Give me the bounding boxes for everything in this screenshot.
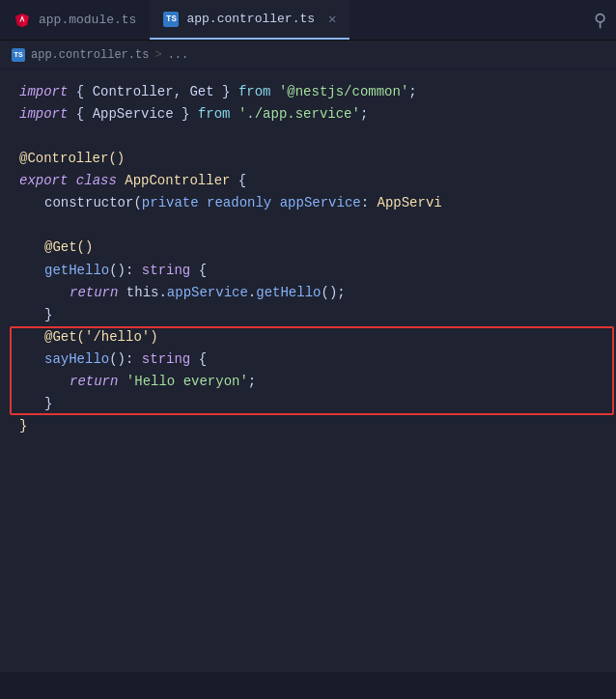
close-icon[interactable]: ✕ xyxy=(328,11,336,27)
token-2-brace-open: { xyxy=(68,103,92,126)
angular-icon xyxy=(14,12,31,29)
code-line-8: @Get() xyxy=(0,237,616,259)
token-return-2: return xyxy=(70,371,118,393)
token-appservi: AppServi xyxy=(378,192,442,214)
bottom-bar xyxy=(0,672,616,699)
token-get-hello-decorator: @Get('/hello') xyxy=(44,326,158,349)
token-space-14 xyxy=(118,371,126,393)
code-line-16: } xyxy=(0,415,616,437)
code-line-10: return this. appService . getHello (); xyxy=(0,282,616,304)
token-decorator-controller: @Controller() xyxy=(19,148,125,170)
token-1-semi: ; xyxy=(408,81,416,103)
token-1-string: '@nestjs/common' xyxy=(279,81,408,103)
token-2-space xyxy=(230,103,238,126)
code-line-13: sayHello (): string { xyxy=(0,349,616,371)
token-import-2: import xyxy=(19,103,68,126)
token-import-1: import xyxy=(19,81,68,103)
account-icon: ⚲ xyxy=(594,10,616,31)
code-line-6: constructor( private readonly appService… xyxy=(0,192,616,214)
token-paren-semi: (); xyxy=(321,282,345,304)
token-gethello-call: getHello xyxy=(256,282,321,304)
token-semi-14: ; xyxy=(248,371,256,393)
token-2-brace-close: } xyxy=(174,103,198,126)
token-private: private xyxy=(142,192,199,214)
token-close-brace-15: } xyxy=(44,393,52,415)
token-return-1: return xyxy=(70,282,118,304)
token-classname: AppController xyxy=(125,170,230,192)
editor-container: app.module.ts TS app.controller.ts ✕ ⚲ T… xyxy=(0,0,616,699)
token-close-class-brace: } xyxy=(19,415,27,437)
breadcrumb-sep: > xyxy=(154,48,161,62)
breadcrumb-filename: app.controller.ts xyxy=(31,48,149,62)
tab-app-controller[interactable]: TS app.controller.ts ✕ xyxy=(150,0,350,40)
tab-app-controller-label: app.controller.ts xyxy=(186,12,315,26)
code-line-12: @Get('/hello') xyxy=(0,326,616,349)
token-class: class xyxy=(76,170,117,192)
code-line-blank-2 xyxy=(0,214,616,237)
token-2-string: './app.service' xyxy=(238,103,360,126)
breadcrumb: TS app.controller.ts > ... xyxy=(0,41,616,70)
breadcrumb-ts-icon: TS xyxy=(12,48,25,62)
token-string-type: string xyxy=(142,260,190,282)
token-1-space xyxy=(271,81,279,103)
ts-icon-tab: TS xyxy=(163,12,179,27)
code-line-1: import { Controller, Get } from '@nestjs… xyxy=(0,81,616,103)
token-constructor: constructor( xyxy=(44,192,142,214)
token-close-brace-11: } xyxy=(44,304,52,326)
highlight-block: @Get('/hello') sayHello (): string { ret… xyxy=(0,326,616,415)
token-space-6b xyxy=(271,192,279,214)
token-open-brace: { xyxy=(230,170,246,192)
token-this: this. xyxy=(126,282,167,304)
token-1-controllers: Controller, Get xyxy=(93,81,214,103)
token-string-type-13: string xyxy=(142,349,190,371)
token-1-brace-open: { xyxy=(68,81,92,103)
token-brace-open-9: { xyxy=(190,260,207,282)
tab-app-module[interactable]: app.module.ts xyxy=(0,0,150,40)
token-appservice-2: appService xyxy=(167,282,248,304)
token-colon: : xyxy=(361,192,378,214)
token-1-brace-close: } xyxy=(214,81,238,103)
breadcrumb-ellipsis: ... xyxy=(168,48,189,62)
token-sayhello: sayHello xyxy=(44,349,109,371)
code-line-15: } xyxy=(0,393,616,415)
token-space-10 xyxy=(118,282,126,304)
token-1-from: from xyxy=(238,81,271,103)
token-get-decorator: @Get() xyxy=(44,237,93,259)
token-export: export xyxy=(19,170,68,192)
code-line-4: @Controller() xyxy=(0,148,616,170)
code-line-blank-1 xyxy=(0,126,616,148)
token-space-6 xyxy=(199,192,207,214)
code-area: import { Controller, Get } from '@nestjs… xyxy=(0,70,616,449)
token-brace-open-13: { xyxy=(190,349,207,371)
token-2-appservice: AppService xyxy=(93,103,174,126)
token-paren-colon-13: (): xyxy=(109,349,142,371)
code-line-2: import { AppService } from './app.servic… xyxy=(0,103,616,126)
tab-bar: app.module.ts TS app.controller.ts ✕ ⚲ xyxy=(0,0,616,41)
tab-app-module-label: app.module.ts xyxy=(39,13,136,27)
token-2-semi: ; xyxy=(360,103,368,126)
token-2-from: from xyxy=(198,103,231,126)
token-gethello: getHello xyxy=(44,260,109,282)
token-hello-string: 'Hello everyon' xyxy=(126,371,248,393)
token-space-5 xyxy=(68,170,75,192)
token-space-5b xyxy=(117,170,125,192)
code-line-9: getHello (): string { xyxy=(0,260,616,282)
code-line-14: return 'Hello everyon' ; xyxy=(0,371,616,393)
token-paren-colon: (): xyxy=(109,260,142,282)
token-dot: . xyxy=(248,282,256,304)
code-line-11: } xyxy=(0,304,616,326)
code-line-5: export class AppController { xyxy=(0,170,616,192)
token-readonly: readonly xyxy=(207,192,271,214)
token-appservice: appService xyxy=(280,192,361,214)
